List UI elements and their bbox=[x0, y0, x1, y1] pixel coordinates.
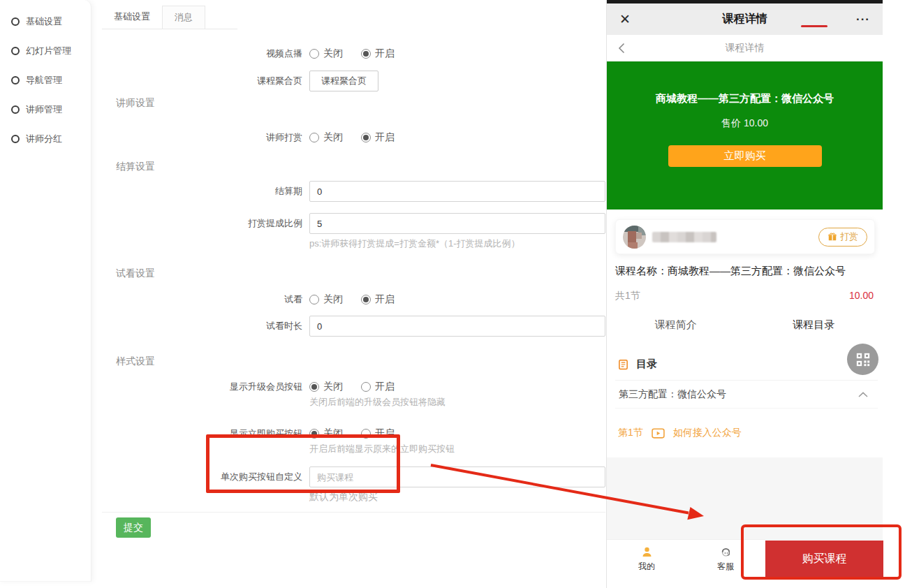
radio-icon-checked[interactable] bbox=[361, 133, 371, 142]
circle-icon bbox=[11, 105, 20, 114]
field-hint: 开启后前端显示原来的立即购买按钮 bbox=[309, 443, 605, 455]
field-label: 显示升级会员按钮 bbox=[102, 379, 302, 395]
radio-option-on[interactable]: 开启 bbox=[361, 47, 395, 60]
course-tabs: 课程简介 课程目录 bbox=[607, 314, 883, 340]
row-settlement-period: 结算期 bbox=[102, 181, 605, 202]
radio-icon-checked[interactable] bbox=[309, 429, 319, 439]
row-trial-duration: 试看时长 bbox=[102, 316, 605, 337]
headset-icon bbox=[703, 545, 748, 559]
radio-option-off[interactable]: 关闭 bbox=[309, 381, 343, 393]
course-aggregate-button[interactable]: 课程聚合页 bbox=[309, 71, 378, 91]
lesson-number: 第1节 bbox=[618, 427, 643, 439]
buy-now-button[interactable]: 立即购买 bbox=[668, 145, 822, 167]
radio-icon-checked[interactable] bbox=[309, 382, 319, 392]
tab-basic-settings[interactable]: 基础设置 bbox=[102, 6, 162, 29]
field-hint: 默认为单次购买 bbox=[309, 491, 605, 504]
circle-icon bbox=[11, 17, 20, 26]
single-buy-custom-input[interactable] bbox=[309, 466, 605, 487]
radio-icon[interactable] bbox=[309, 49, 319, 59]
circle-icon bbox=[11, 47, 20, 55]
radio-icon[interactable] bbox=[361, 429, 371, 439]
qr-code-button[interactable] bbox=[847, 344, 878, 375]
tab-course-catalog[interactable]: 课程目录 bbox=[745, 314, 883, 340]
sidebar-item-label: 导航管理 bbox=[26, 74, 62, 87]
radio-icon[interactable] bbox=[309, 295, 319, 304]
row-reward-ratio: 打赏提成比例 ps:讲师获得打赏提成=打赏金额*（1-打赏提成比例） bbox=[102, 213, 605, 250]
sidebar-item-basic-settings[interactable]: 基础设置 bbox=[0, 7, 91, 36]
field-label: 显示立即购买按钮 bbox=[102, 426, 302, 441]
radio-label: 开启 bbox=[375, 47, 395, 60]
section-lecturer-settings: 讲师设置 bbox=[116, 97, 605, 110]
sidebar-item-lecturer-management[interactable]: 讲师管理 bbox=[0, 95, 91, 124]
field-label: 视频点播 bbox=[102, 46, 302, 61]
radio-icon[interactable] bbox=[361, 382, 371, 392]
radio-label: 开启 bbox=[375, 293, 395, 306]
submit-button[interactable]: 提交 bbox=[116, 517, 151, 538]
reward-ratio-input[interactable] bbox=[309, 213, 605, 234]
chapter-row[interactable]: 第三方配置：微信公众号 bbox=[615, 380, 878, 409]
chevron-up-icon[interactable] bbox=[858, 392, 868, 397]
field-label: 结算期 bbox=[102, 181, 302, 202]
sidebar-item-navigation[interactable]: 导航管理 bbox=[0, 66, 91, 95]
radio-label: 关闭 bbox=[323, 47, 343, 60]
sidebar: 基础设置 幻灯片管理 导航管理 讲师管理 讲师分红 bbox=[0, 0, 91, 582]
phone-navbar: ✕ 课程详情 ··· bbox=[607, 3, 883, 35]
sidebar-item-slides[interactable]: 幻灯片管理 bbox=[0, 36, 91, 66]
circle-icon bbox=[11, 135, 20, 143]
settlement-period-input[interactable] bbox=[309, 181, 605, 202]
radio-label: 关闭 bbox=[323, 131, 343, 144]
catalog-header: 目录 bbox=[618, 358, 657, 371]
radio-option-on[interactable]: 开启 bbox=[361, 293, 395, 306]
avatar bbox=[623, 226, 646, 249]
active-tab-underline bbox=[801, 25, 827, 27]
field-label: 试看 bbox=[102, 292, 302, 307]
radio-option-off[interactable]: 关闭 bbox=[309, 293, 343, 306]
page-background-area bbox=[607, 457, 883, 539]
radio-icon-checked[interactable] bbox=[361, 295, 371, 304]
tab-course-intro[interactable]: 课程简介 bbox=[607, 314, 745, 340]
phone-subnav: 课程详情 bbox=[607, 35, 883, 61]
row-show-buy-now-button: 显示立即购买按钮 关闭 开启 开启后前端显示原来的立即购买按钮 bbox=[102, 426, 605, 455]
bottom-tab-label: 客服 bbox=[703, 561, 748, 573]
bottom-tab-label: 我的 bbox=[624, 561, 669, 573]
banner-course-title: 商城教程——第三方配置：微信公众号 bbox=[607, 61, 883, 105]
reward-button[interactable]: 打赏 bbox=[818, 228, 867, 247]
radio-option-off[interactable]: 关闭 bbox=[309, 427, 343, 440]
tab-messages[interactable]: 消息 bbox=[162, 6, 205, 29]
catalog-header-label: 目录 bbox=[636, 358, 657, 371]
field-label: 课程聚合页 bbox=[102, 71, 302, 91]
radio-label: 开启 bbox=[375, 131, 395, 144]
radio-option-on[interactable]: 开启 bbox=[361, 427, 395, 440]
phone-bottom-bar: 我的 客服 购买课程 bbox=[607, 539, 883, 580]
radio-label: 开启 bbox=[375, 427, 395, 440]
phone-navbar-title: 课程详情 bbox=[607, 12, 883, 27]
row-trial: 试看 关闭 开启 bbox=[102, 292, 605, 307]
lesson-title: 如何接入公众号 bbox=[673, 427, 742, 439]
course-meta-row: 共1节 10.00 bbox=[615, 290, 874, 302]
trial-duration-input[interactable] bbox=[309, 316, 605, 337]
settings-form: 基础设置 消息 视频点播 关闭 开启 课程聚合页 课程聚合页 讲师设置 讲师打赏 bbox=[102, 0, 605, 538]
reward-button-label: 打赏 bbox=[840, 230, 858, 243]
field-label: 讲师打赏 bbox=[102, 130, 302, 145]
sidebar-item-lecturer-dividend[interactable]: 讲师分红 bbox=[0, 124, 91, 154]
radio-option-on[interactable]: 开启 bbox=[361, 381, 395, 393]
radio-option-on[interactable]: 开启 bbox=[361, 131, 395, 144]
sidebar-item-label: 幻灯片管理 bbox=[26, 45, 71, 57]
course-banner: 商城教程——第三方配置：微信公众号 售价 10.00 立即购买 bbox=[607, 61, 883, 210]
bottom-tab-mine[interactable]: 我的 bbox=[624, 545, 669, 573]
radio-option-off[interactable]: 关闭 bbox=[309, 131, 343, 144]
lesson-row[interactable]: 第1节 如何接入公众号 bbox=[618, 419, 742, 447]
more-icon[interactable]: ··· bbox=[856, 13, 870, 27]
radio-icon-checked[interactable] bbox=[361, 49, 371, 59]
radio-icon[interactable] bbox=[309, 133, 319, 142]
sidebar-item-label: 讲师管理 bbox=[26, 103, 62, 116]
radio-label: 开启 bbox=[375, 381, 395, 393]
phone-preview: ✕ 课程详情 ··· 课程详情 商城教程——第三方配置：微信公众号 售价 10.… bbox=[606, 0, 883, 588]
buy-course-button[interactable]: 购买课程 bbox=[765, 541, 883, 578]
field-label: 试看时长 bbox=[102, 316, 302, 337]
banner-price: 售价 10.00 bbox=[607, 117, 883, 130]
sidebar-item-label: 讲师分红 bbox=[26, 133, 62, 145]
row-video-vod: 视频点播 关闭 开启 bbox=[102, 46, 605, 61]
bottom-tab-service[interactable]: 客服 bbox=[703, 545, 748, 573]
radio-option-off[interactable]: 关闭 bbox=[309, 47, 343, 60]
